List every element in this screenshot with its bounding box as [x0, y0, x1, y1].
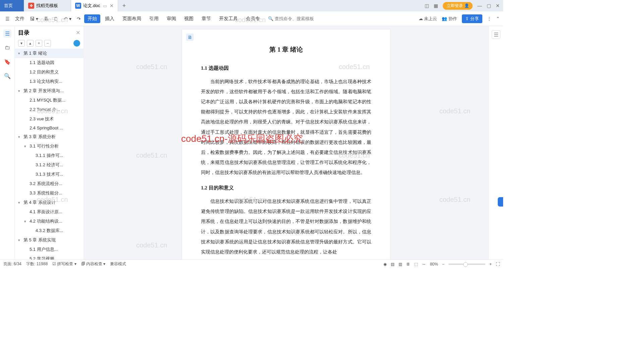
close-window-icon[interactable]: ✕	[496, 3, 500, 8]
search-input[interactable]	[275, 16, 322, 21]
menu-ref[interactable]: 引用	[146, 14, 162, 23]
command-search[interactable]: 🔍	[268, 16, 322, 21]
outline-node[interactable]: ▾第 2 章 开发环境与...	[15, 86, 84, 96]
outline-node[interactable]: 2.3 vue 技术	[15, 114, 84, 124]
outline-node[interactable]: ▾3.1 可行性分析	[15, 141, 84, 151]
view-normal-icon[interactable]: ▤	[391, 262, 394, 267]
menu-dev[interactable]: 开发工具	[216, 14, 241, 23]
side-tab-icon[interactable]	[498, 197, 503, 207]
content-check[interactable]: 🗐 内容检查 ▾	[81, 261, 106, 267]
style-pane-icon[interactable]: ☰	[492, 30, 500, 39]
coop-button[interactable]: 👥 协作	[442, 16, 457, 22]
expand-icon[interactable]: ▾	[18, 51, 22, 56]
tab-template[interactable]: ❖ 找稻壳模板	[24, 0, 71, 11]
expand-icon[interactable]: ▾	[18, 135, 22, 139]
zoom-out-icon[interactable]: −	[442, 262, 444, 267]
zoom-level[interactable]: 80%	[430, 262, 438, 267]
eye-icon[interactable]: ◉	[383, 262, 387, 267]
apps-icon[interactable]: ▦	[434, 3, 438, 8]
menu-icon[interactable]: ☰	[3, 15, 12, 23]
outline-node[interactable]: 2.2 Tomcat 介...	[15, 105, 84, 114]
outline-icon[interactable]: ☰	[3, 30, 11, 38]
zoom-slider[interactable]	[448, 264, 485, 265]
outline-node[interactable]: 3.1.2 经济可...	[15, 160, 84, 170]
outline-node[interactable]: 3.1.1 操作可...	[15, 151, 84, 160]
compat-mode[interactable]: 兼容模式	[110, 261, 126, 267]
save-icon[interactable]: 🖫 ▾	[28, 15, 40, 23]
menu-view[interactable]: 视图	[181, 14, 197, 23]
outline-node[interactable]: ▾第 5 章 系统实现	[15, 235, 84, 245]
remove-icon[interactable]: −	[44, 40, 51, 47]
more-icon[interactable]: ⋮	[487, 16, 491, 21]
outline-node[interactable]: 3.1.3 技术可...	[15, 170, 84, 179]
page-indicator[interactable]: 页面: 6/34	[3, 261, 21, 267]
word-count[interactable]: 字数: 11988	[26, 261, 48, 267]
menu-vip[interactable]: 会员专	[243, 14, 263, 23]
outline-node[interactable]: 1.2 目的和意义	[15, 67, 84, 77]
page-doc-icon[interactable]: 🗎	[186, 34, 194, 41]
view-web-icon[interactable]: ⬚	[414, 262, 418, 267]
menu-start[interactable]: 开始	[84, 14, 100, 23]
fullscreen-icon[interactable]: ⛶	[496, 262, 500, 267]
close-icon[interactable]: ✕	[110, 3, 114, 8]
outline-node[interactable]: 4.3.2 数据库...	[15, 226, 84, 235]
outline-node[interactable]: ▾第 3 章 系统分析	[15, 132, 84, 141]
share-button[interactable]: ⇪ 分享	[462, 14, 482, 23]
outline-label: 第 5 章 系统实现	[23, 237, 56, 243]
login-button[interactable]: 立即登录 👤	[443, 2, 473, 10]
outline-label: 2.2 Tomcat 介...	[30, 107, 60, 113]
menu-review[interactable]: 审阅	[163, 14, 179, 23]
print-icon[interactable]: 🖶	[42, 15, 50, 23]
menu-insert[interactable]: 插入	[102, 14, 118, 23]
document-viewport[interactable]: 🗎 第 1 章 绪论 1.1 选题动因 当前的网络技术，软件技术等都具备成熟的理…	[84, 26, 488, 260]
menu-layout[interactable]: 页面布局	[119, 14, 145, 23]
new-tab-button[interactable]: +	[118, 0, 130, 11]
maximize-icon[interactable]: ▢	[487, 3, 491, 8]
outline-node[interactable]: 3.2 系统流程分...	[15, 179, 84, 188]
expand-icon[interactable]: ▾	[18, 238, 22, 242]
add-icon[interactable]: +	[36, 40, 42, 47]
screen-icon[interactable]: ▭	[103, 3, 107, 8]
undo-icon[interactable]: ↶ ▾	[62, 15, 73, 23]
view-outline-icon[interactable]: ▥	[398, 262, 402, 267]
outline-node[interactable]: 4.1 界面设计原...	[15, 207, 84, 217]
expand-icon[interactable]: ▾	[24, 219, 28, 224]
outline-node[interactable]: 3.3 系统性能分...	[15, 188, 84, 198]
outline-node[interactable]: 1.1 选题动因	[15, 58, 84, 67]
view-page-icon[interactable]: 🗏	[406, 262, 410, 267]
outline-node[interactable]: ▾4.2 功能结构设...	[15, 217, 84, 226]
menu-chapter[interactable]: 章节	[198, 14, 214, 23]
zoom-fit-icon[interactable]: ↔	[422, 262, 426, 267]
expand-icon[interactable]: ▾	[18, 89, 22, 93]
outline-node[interactable]: 1.3 论文结构安...	[15, 77, 84, 86]
collapse-icon[interactable]: ⌃	[496, 16, 500, 21]
outline-node[interactable]: 5.2 学习视频...	[15, 254, 84, 260]
bookmark-icon[interactable]: 🔖	[3, 58, 11, 66]
outline-node[interactable]: 5.1 用户信息...	[15, 245, 84, 254]
layout-icon[interactable]: ◫	[425, 3, 429, 8]
outline-node[interactable]: 2.1 MYSQL 数据...	[15, 96, 84, 105]
sync-avatar-icon[interactable]	[73, 40, 80, 47]
outline-node[interactable]: ▾第 1 章 绪论	[15, 49, 84, 58]
file-menu[interactable]: 文件	[13, 14, 26, 23]
spell-check[interactable]: ☑ 拼写检查 ▾	[52, 261, 76, 267]
preview-icon[interactable]: 🗋	[52, 15, 60, 23]
outline-tree[interactable]: ▾第 1 章 绪论1.1 选题动因1.2 目的和意义1.3 论文结构安...▾第…	[15, 49, 84, 260]
collapse-all-icon[interactable]: ▾	[18, 40, 25, 47]
close-outline-icon[interactable]: ✕	[76, 30, 80, 36]
tab-home[interactable]: 首页	[0, 0, 24, 11]
outline-node[interactable]: 2.4 SpringBoot ...	[15, 124, 84, 132]
minimize-icon[interactable]: —	[477, 3, 482, 8]
cloud-status[interactable]: ☁ 未上云	[419, 16, 437, 22]
expand-icon[interactable]: ▾	[24, 144, 28, 149]
zoom-in-icon[interactable]: +	[489, 262, 492, 267]
clipboard-icon[interactable]: 🗀	[3, 44, 11, 52]
redo-icon[interactable]: ↷	[75, 15, 83, 23]
expand-icon[interactable]: ▾	[18, 201, 22, 205]
find-icon[interactable]: 🔍	[3, 72, 11, 80]
outline-node[interactable]: ▾第 4 章 系统设计	[15, 198, 84, 207]
expand-all-icon[interactable]: ▴	[27, 40, 34, 47]
document-page: 🗎 第 1 章 绪论 1.1 选题动因 当前的网络技术，软件技术等都具备成熟的理…	[182, 30, 390, 260]
doc-s12: 1.2 目的和意义	[201, 182, 371, 193]
tab-document[interactable]: W 论文.doc ▭ ✕	[71, 0, 118, 11]
